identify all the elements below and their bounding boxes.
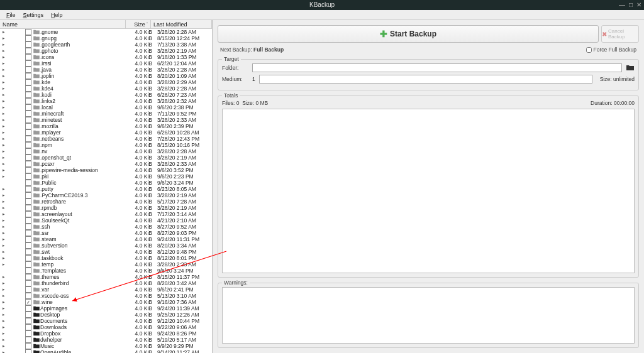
expander-icon[interactable]: ▸ <box>0 312 5 317</box>
column-size[interactable]: Sizeˇ <box>126 20 151 28</box>
checkbox[interactable] <box>25 60 31 67</box>
expander-icon[interactable]: ▸ <box>0 124 5 129</box>
expander-icon[interactable]: ▸ <box>0 306 5 311</box>
checkbox[interactable] <box>25 286 31 293</box>
expander-icon[interactable]: ▸ <box>0 67 5 72</box>
expander-icon[interactable]: ▸ <box>0 136 5 141</box>
expander-icon[interactable]: ▸ <box>0 61 5 66</box>
tree-row[interactable]: .Templates4.0 KiB9/6/20 3:24 PM <box>0 268 212 274</box>
tree-row[interactable]: ▸.joplin4.0 KiB8/20/20 1:09 AM <box>0 73 212 79</box>
checkbox[interactable] <box>25 211 31 217</box>
checkbox[interactable] <box>25 142 31 148</box>
tree-row[interactable]: ▸.var4.0 KiB9/6/20 2:41 PM <box>0 286 212 293</box>
expander-icon[interactable]: ▸ <box>0 337 5 342</box>
expander-icon[interactable]: ▸ <box>0 331 5 336</box>
expander-icon[interactable]: ▸ <box>0 187 5 192</box>
tree-row[interactable]: ▸.gphoto4.0 KiB3/28/20 2:19 AM <box>0 48 212 54</box>
tree-row[interactable]: ▸.minecraft4.0 KiB7/11/20 9:52 PM <box>0 111 212 117</box>
tree-row[interactable]: ▸.screenlayout4.0 KiB7/17/20 3:14 AM <box>0 211 212 217</box>
tree-row[interactable]: ▸.links24.0 KiB3/28/20 2:32 AM <box>0 98 212 104</box>
expander-icon[interactable]: ▸ <box>0 199 5 204</box>
checkbox[interactable] <box>25 318 31 324</box>
expander-icon[interactable]: ▸ <box>0 293 5 298</box>
checkbox[interactable] <box>25 79 31 85</box>
checkbox[interactable] <box>25 205 31 211</box>
checkbox[interactable] <box>25 330 31 337</box>
expander-icon[interactable]: ▸ <box>0 212 5 217</box>
checkbox[interactable] <box>25 274 31 280</box>
maximize-icon[interactable]: □ <box>629 0 633 10</box>
tree-row[interactable]: ▸.subversion4.0 KiB8/20/20 3:34 AM <box>0 242 212 249</box>
tree-row[interactable]: ▸.pipewire-media-session4.0 KiB9/6/20 3:… <box>0 167 212 173</box>
checkbox[interactable] <box>25 230 31 236</box>
close-icon[interactable]: ✕ <box>636 0 641 10</box>
tree-row[interactable]: ▸Music4.0 KiB9/9/20 9:29 PM <box>0 343 212 349</box>
expander-icon[interactable]: ▸ <box>0 86 5 91</box>
expander-icon[interactable]: ▸ <box>0 300 5 305</box>
checkbox[interactable] <box>25 85 31 92</box>
checkbox[interactable] <box>25 249 31 255</box>
expander-icon[interactable]: ▸ <box>0 55 5 60</box>
checkbox[interactable] <box>25 198 31 205</box>
tree-row[interactable]: ▸.nv4.0 KiB3/28/20 2:28 AM <box>0 148 212 155</box>
tree-row[interactable]: ▸.icons4.0 KiB9/18/20 1:33 PM <box>0 54 212 60</box>
checkbox[interactable] <box>25 35 31 41</box>
expander-icon[interactable]: ▸ <box>0 231 5 236</box>
expander-icon[interactable]: ▸ <box>0 344 5 349</box>
tree-row[interactable]: ▸.mozilla4.0 KiB9/6/20 2:39 PM <box>0 123 212 129</box>
checkbox[interactable] <box>25 192 31 198</box>
checkbox[interactable] <box>25 180 31 186</box>
tree-row[interactable]: ▸.local4.0 KiB9/6/20 2:38 PM <box>0 104 212 111</box>
expander-icon[interactable]: ▸ <box>0 80 5 85</box>
expander-icon[interactable]: ▸ <box>0 155 5 160</box>
tree-row[interactable]: ▸.kde44.0 KiB3/28/20 2:28 AM <box>0 85 212 92</box>
checkbox[interactable] <box>25 155 31 161</box>
menu-file[interactable]: File <box>3 12 19 18</box>
tree-row[interactable]: ▸.retroshare4.0 KiB5/17/20 7:28 AM <box>0 198 212 205</box>
tree-row[interactable]: ▸.gnome4.0 KiB3/28/20 2:28 AM <box>0 29 212 35</box>
medium-input[interactable] <box>259 75 592 84</box>
expander-icon[interactable]: ▸ <box>0 281 5 286</box>
checkbox[interactable] <box>25 293 31 299</box>
tree-row[interactable]: ▸.irssi4.0 KiB6/2/20 12:04 AM <box>0 60 212 67</box>
expander-icon[interactable]: ▸ <box>0 262 5 267</box>
tree-row[interactable]: ▸.openshot_qt4.0 KiB3/28/20 2:19 AM <box>0 155 212 161</box>
tree-row[interactable]: ▸.steam4.0 KiB9/24/20 11:31 PM <box>0 236 212 242</box>
checkbox[interactable] <box>25 117 31 123</box>
tree-row[interactable]: ▸.pki4.0 KiB9/6/20 2:23 PM <box>0 173 212 180</box>
expander-icon[interactable]: ▸ <box>0 99 5 104</box>
checkbox[interactable] <box>25 217 31 224</box>
force-full-backup-checkbox[interactable]: Force Full Backup <box>586 46 637 53</box>
tree-row[interactable]: .Public4.0 KiB9/6/20 3:24 PM <box>0 180 212 186</box>
expander-icon[interactable]: ▸ <box>0 30 5 35</box>
tree-row[interactable]: ▸.temp4.0 KiB3/28/20 2:33 AM <box>0 261 212 268</box>
expander-icon[interactable]: ▸ <box>0 218 5 223</box>
expander-icon[interactable]: ▸ <box>0 111 5 116</box>
browse-folder-button[interactable] <box>626 63 635 72</box>
tree-row[interactable]: ▸.vscode-oss4.0 KiB5/13/20 3:10 AM <box>0 293 212 299</box>
expander-icon[interactable]: ▸ <box>0 149 5 154</box>
checkbox[interactable] <box>25 104 31 111</box>
checkbox[interactable] <box>25 261 31 268</box>
tree-row[interactable]: ▸.SoulseekQt4.0 KiB4/21/20 2:10 AM <box>0 217 212 224</box>
expander-icon[interactable]: ▸ <box>0 325 5 330</box>
expander-icon[interactable]: ▸ <box>0 73 5 79</box>
menu-help[interactable]: Help <box>47 12 67 18</box>
expander-icon[interactable]: ▸ <box>0 224 5 229</box>
log-box[interactable] <box>222 109 635 273</box>
checkbox[interactable] <box>25 41 31 48</box>
tree-row[interactable]: ▸.minetest4.0 KiB3/28/20 2:33 AM <box>0 117 212 123</box>
tree-row[interactable]: ▸.themes4.0 KiB8/15/20 11:37 PM <box>0 274 212 280</box>
tree-row[interactable]: ▸.googleearth4.0 KiB7/13/20 3:38 AM <box>0 41 212 48</box>
checkbox[interactable] <box>25 255 31 261</box>
tree-row[interactable]: ▸.npm4.0 KiB8/15/20 10:16 PM <box>0 142 212 148</box>
checkbox[interactable] <box>25 337 31 343</box>
checkbox[interactable] <box>25 48 31 54</box>
expander-icon[interactable]: ▸ <box>0 92 5 97</box>
checkbox[interactable] <box>25 343 31 349</box>
checkbox[interactable] <box>25 312 31 318</box>
tree-row[interactable]: ▸dwhelper4.0 KiB5/19/20 5:17 AM <box>0 337 212 343</box>
checkbox[interactable] <box>25 73 31 79</box>
expander-icon[interactable]: ▸ <box>0 143 5 148</box>
tree-row[interactable]: ▸Downloads4.0 KiB9/22/20 9:06 AM <box>0 324 212 330</box>
